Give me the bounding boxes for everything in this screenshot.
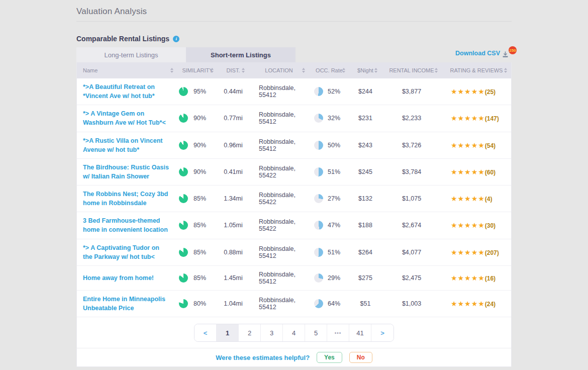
column-header-occupancy-rate[interactable]: OCC. Rate [309, 62, 349, 78]
column-header-similarity[interactable]: SIMILARITY [177, 62, 218, 78]
listing-name-link[interactable]: The Birdhouse: Rustic Oasis w/ Italian R… [83, 164, 169, 180]
occupancy-pie-chart [314, 194, 323, 203]
pagination-prev-button[interactable]: < [194, 324, 217, 341]
listing-name-link[interactable]: 3 Bed Farmhouse-themed home in convenien… [83, 217, 168, 233]
pagination-page-3[interactable]: 3 [261, 324, 283, 341]
download-csv-link[interactable]: Download CSV 250 [455, 50, 512, 60]
occupancy-pie-chart [314, 87, 323, 96]
column-header-rental-income[interactable]: RENTAL INCOME [381, 62, 442, 78]
table-row: *>A Beautiful Retreat on *Vincent Ave w/… [77, 78, 511, 105]
occupancy-pie-chart [314, 273, 323, 283]
pagination-page-41[interactable]: 41 [349, 324, 371, 341]
similarity-value: 95% [193, 88, 206, 95]
table-row: *> A Vintage Gem on Washburn Ave w/ Hot … [77, 105, 511, 132]
column-header-night-price[interactable]: $Night [349, 62, 381, 78]
listing-name-link[interactable]: The Robbins Nest; Cozy 3bd home in Robbi… [83, 191, 168, 207]
listing-name-link[interactable]: *> A Vintage Gem on Washburn Ave w/ Hot … [83, 110, 166, 126]
sort-icon [374, 68, 377, 73]
nightly-price-value: $132 [349, 195, 381, 202]
rental-income-value: $2,233 [381, 115, 442, 122]
pagination-next-button[interactable]: > [371, 324, 394, 341]
distance-value: 0.77mi [218, 115, 249, 122]
table-row: *> A Captivating Tudor on the Parkway w/… [77, 239, 511, 266]
feedback-bar: Were these estimates helpful? Yes No [77, 348, 511, 366]
pagination-page-5[interactable]: 5 [305, 324, 327, 341]
similarity-value: 90% [193, 168, 206, 175]
distance-value: 1.05mi [218, 222, 249, 229]
sort-icon [170, 68, 173, 73]
column-header-name[interactable]: Name [77, 62, 177, 78]
distance-value: 0.96mi [218, 142, 249, 149]
star-rating-icons: ★★★★★ [451, 300, 485, 308]
rental-income-value: $4,077 [381, 249, 442, 256]
review-count: (25) [485, 88, 496, 96]
occupancy-value: 52% [328, 88, 340, 95]
location-value: Robbinsdale, 55422 [249, 165, 309, 179]
similarity-pie-chart [179, 87, 188, 96]
listing-name-link[interactable]: Entire Home in Minneapolis Unbeatable Pr… [83, 296, 165, 312]
occupancy-value: 32% [328, 115, 340, 122]
table-body: *>A Beautiful Retreat on *Vincent Ave w/… [77, 78, 511, 317]
feedback-yes-button[interactable]: Yes [317, 352, 342, 363]
table-row: The Birdhouse: Rustic Oasis w/ Italian R… [77, 159, 511, 186]
occupancy-pie-chart [314, 141, 323, 150]
star-rating-icons: ★★★★★ [451, 195, 485, 203]
tab-long-term-listings[interactable]: Long-term Listings [76, 47, 186, 62]
nightly-price-value: $244 [349, 88, 381, 95]
feedback-no-button[interactable]: No [349, 352, 372, 363]
sort-icon [242, 68, 245, 73]
location-value: Robbinsdale, 55412 [249, 271, 309, 285]
occupancy-value: 29% [328, 274, 340, 282]
similarity-value: 85% [193, 249, 206, 256]
column-header-location[interactable]: LOCATION [249, 62, 309, 78]
review-count: (60) [485, 169, 496, 176]
listing-name-link[interactable]: Home away from home! [83, 274, 154, 282]
star-rating-icons: ★★★★★ [451, 221, 485, 229]
similarity-value: 85% [193, 195, 206, 202]
listing-name-link[interactable]: *>A Rustic Villa on Vincent Avenue w/ ho… [83, 137, 163, 153]
table-row: Entire Home in Minneapolis Unbeatable Pr… [77, 291, 511, 317]
occupancy-value: 64% [328, 300, 340, 307]
nightly-price-value: $188 [349, 222, 381, 229]
review-count: (30) [485, 222, 496, 229]
rental-income-value: $2,475 [381, 274, 442, 282]
occupancy-pie-chart [314, 299, 323, 308]
nightly-price-value: $231 [349, 115, 381, 122]
occupancy-value: 27% [328, 195, 340, 202]
similarity-pie-chart [179, 194, 188, 203]
column-header-distance[interactable]: DIST. [218, 62, 249, 78]
nightly-price-value: $245 [349, 168, 381, 175]
tab-short-term-listings[interactable]: Short-term Listings [186, 47, 296, 62]
rental-income-value: $3,726 [381, 142, 442, 149]
star-rating-icons: ★★★★★ [451, 141, 485, 149]
location-value: Robbinsdale, 55412 [249, 111, 309, 125]
table-row: The Robbins Nest; Cozy 3bd home in Robbi… [77, 186, 511, 212]
info-icon[interactable]: i [173, 36, 179, 42]
distance-value: 0.41mi [218, 168, 249, 175]
pagination-page-4[interactable]: 4 [283, 324, 305, 341]
section-header: Comparable Rental Listings i [76, 35, 512, 43]
star-rating-icons: ★★★★★ [451, 114, 485, 122]
distance-value: 0.44mi [218, 88, 249, 95]
page-title: Valuation Analysis [76, 0, 512, 17]
pagination-section: <12345•••41> [77, 317, 511, 348]
rental-income-value: $1,075 [381, 195, 442, 202]
pagination: <12345•••41> [194, 324, 394, 342]
listing-name-link[interactable]: *> A Captivating Tudor on the Parkway w/… [83, 244, 159, 260]
sort-icon [435, 68, 438, 73]
sort-icon [302, 68, 305, 73]
similarity-value: 90% [193, 142, 206, 149]
pagination-page-1[interactable]: 1 [217, 324, 239, 341]
star-rating-icons: ★★★★★ [451, 274, 485, 282]
pagination-page-2[interactable]: 2 [239, 324, 261, 341]
similarity-value: 85% [193, 274, 206, 282]
column-header-rating-reviews[interactable]: RATING & REVIEWS [442, 62, 511, 78]
similarity-pie-chart [179, 248, 188, 257]
distance-value: 1.04mi [218, 300, 249, 307]
title-divider [76, 21, 512, 22]
listing-name-link[interactable]: *>A Beautiful Retreat on *Vincent Ave w/… [83, 83, 155, 100]
pagination-ellipsis[interactable]: ••• [327, 324, 349, 341]
star-rating-icons: ★★★★★ [451, 87, 485, 96]
table-row: Home away from home! 85% 1.45mi Robbinsd… [77, 266, 511, 291]
valuation-analysis-page: Valuation Analysis Comparable Rental Lis… [76, 0, 512, 367]
